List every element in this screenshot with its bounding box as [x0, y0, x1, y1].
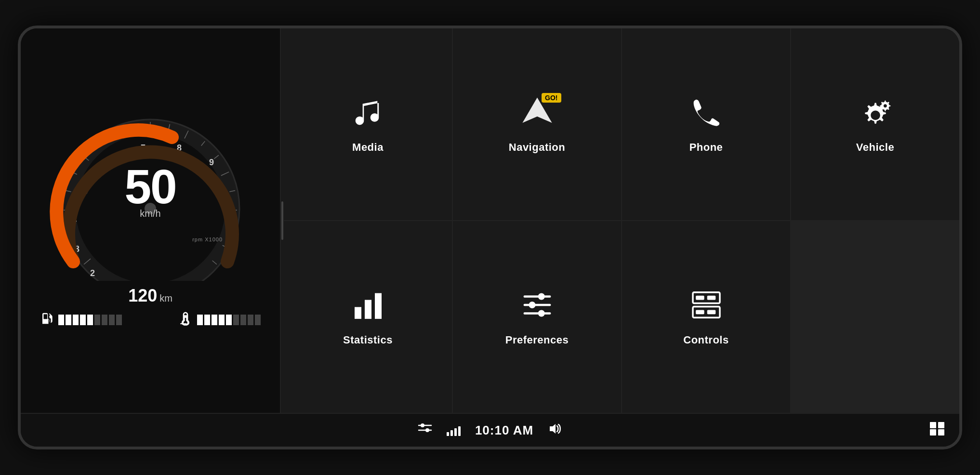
main-content: 0 1 2 3 4 5 6 7 8 9 [21, 28, 959, 413]
status-time: 10:10 AM [475, 423, 533, 438]
preferences-label: Preferences [505, 334, 569, 346]
settings-sliders-icon[interactable] [418, 422, 432, 439]
temp-seg-4 [219, 315, 225, 325]
signal-bar-1 [447, 432, 449, 436]
panel-divider [281, 28, 284, 413]
preferences-icon [520, 288, 554, 327]
navigation-label: Navigation [509, 141, 565, 154]
svg-rect-56 [938, 422, 944, 428]
svg-point-53 [425, 428, 429, 432]
menu-panel: Media GO! Navigation [284, 28, 959, 413]
temp-seg-9 [255, 315, 261, 325]
menu-item-vehicle[interactable]: Vehicle [791, 28, 959, 220]
fuel-seg-9 [116, 315, 122, 325]
phone-icon [689, 95, 723, 134]
controls-label: Controls [683, 334, 728, 346]
temp-seg-6 [233, 315, 239, 325]
svg-point-41 [529, 302, 535, 308]
speed-value: 50 [124, 162, 176, 211]
fuel-gauge [40, 311, 122, 330]
svg-rect-36 [365, 300, 371, 318]
controls-icon [689, 288, 723, 327]
svg-rect-45 [696, 295, 704, 300]
statistics-icon [351, 288, 385, 327]
gauge-container: 0 1 2 3 4 5 6 7 8 9 [49, 112, 252, 281]
grid-icon[interactable] [929, 422, 945, 439]
speed-display: 50 km/h [124, 162, 176, 219]
signal-bar-2 [450, 430, 453, 436]
gauges-bottom [30, 311, 270, 330]
menu-item-phone[interactable]: Phone [622, 28, 790, 220]
fuel-seg-4 [80, 315, 86, 325]
go-badge: GO! [542, 93, 561, 103]
svg-text:2: 2 [90, 268, 95, 278]
temp-seg-5 [226, 315, 232, 325]
temp-gauge [178, 311, 261, 330]
menu-item-navigation[interactable]: GO! Navigation [453, 28, 621, 220]
vehicle-settings-icon [859, 95, 892, 134]
svg-rect-55 [930, 422, 936, 428]
media-label: Media [352, 141, 384, 154]
statistics-label: Statistics [343, 334, 393, 346]
status-bar: 10:10 AM [21, 413, 959, 447]
menu-item-preferences[interactable]: Preferences [453, 221, 621, 413]
fuel-seg-6 [94, 315, 100, 325]
distance-value: 120 [128, 286, 157, 306]
svg-rect-46 [707, 295, 715, 300]
vehicle-label: Vehicle [856, 141, 894, 154]
menu-grid: Media GO! Navigation [284, 28, 959, 413]
menu-item-media[interactable]: Media [284, 28, 452, 220]
temp-bar-segments [197, 315, 261, 325]
signal-bar-3 [454, 428, 457, 436]
svg-point-43 [538, 310, 544, 317]
fuel-seg-8 [109, 315, 115, 325]
fuel-bar-segments [58, 315, 122, 325]
music-icon [351, 95, 385, 134]
menu-item-controls[interactable]: Controls [622, 221, 790, 413]
fuel-icon [40, 311, 54, 329]
menu-item-statistics[interactable]: Statistics [284, 221, 452, 413]
svg-point-39 [538, 293, 544, 300]
svg-rect-48 [696, 310, 704, 314]
svg-point-51 [421, 423, 424, 427]
temp-seg-2 [204, 315, 210, 325]
signal-bars-icon [447, 424, 461, 436]
instrument-panel: 0 1 2 3 4 5 6 7 8 9 [21, 28, 281, 413]
svg-marker-54 [550, 424, 556, 434]
fuel-seg-7 [102, 315, 107, 325]
navigation-icon: GO! [518, 95, 556, 134]
temp-icon [178, 311, 193, 330]
fuel-seg-2 [66, 315, 71, 325]
svg-rect-37 [375, 293, 382, 318]
temp-seg-7 [240, 315, 246, 325]
volume-icon[interactable] [548, 422, 562, 439]
temp-seg-1 [197, 315, 203, 325]
phone-label: Phone [689, 141, 723, 154]
nav-icon-wrapper: GO! [518, 95, 556, 134]
fuel-seg-3 [73, 315, 79, 325]
svg-rect-35 [355, 307, 361, 319]
signal-bar-4 [458, 426, 461, 436]
rpm-label: rpm X1000 [192, 237, 223, 242]
fuel-seg-5 [87, 315, 93, 325]
device-frame: 0 1 2 3 4 5 6 7 8 9 [18, 26, 962, 449]
fuel-seg-1 [58, 315, 64, 325]
temp-seg-3 [212, 315, 217, 325]
svg-rect-57 [930, 429, 936, 435]
svg-text:9: 9 [209, 158, 214, 167]
temp-seg-8 [248, 315, 253, 325]
svg-rect-58 [938, 429, 944, 435]
svg-rect-49 [707, 310, 715, 314]
distance-display: 120 km [128, 286, 172, 306]
distance-unit: km [159, 293, 172, 304]
